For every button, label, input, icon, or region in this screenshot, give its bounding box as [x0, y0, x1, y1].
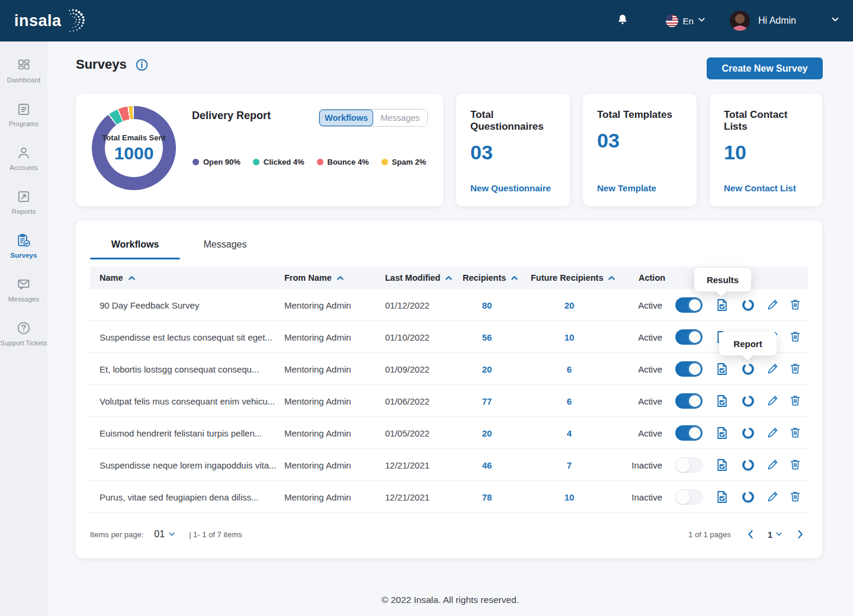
future-recipients-link[interactable]: 7	[546, 460, 593, 470]
report-icon[interactable]	[741, 490, 755, 504]
status-toggle[interactable]	[675, 457, 703, 473]
status-toggle[interactable]	[675, 393, 703, 409]
column-header-name[interactable]: Name	[100, 267, 136, 289]
user-avatar[interactable]	[730, 11, 750, 31]
recipients-link[interactable]: 46	[463, 460, 511, 470]
delete-icon[interactable]	[788, 426, 803, 440]
future-recipients-link[interactable]: 20	[546, 300, 593, 310]
workflow-from-name: Mentoring Admin	[284, 396, 351, 406]
sidebar-item-dashboard[interactable]: Dashboard	[0, 49, 47, 92]
report-tooltip: Report	[719, 332, 777, 355]
report-icon[interactable]	[741, 426, 755, 440]
report-icon[interactable]	[741, 298, 755, 312]
delete-icon[interactable]	[788, 298, 803, 312]
sidebar-item-support-tickets[interactable]: Support Tickets	[0, 312, 47, 355]
report-icon[interactable]	[741, 394, 755, 408]
edit-icon[interactable]	[766, 426, 780, 440]
delete-icon[interactable]	[788, 330, 803, 344]
sort-icon[interactable]	[511, 274, 518, 282]
next-page-button[interactable]	[793, 529, 808, 540]
sidebar-item-messages[interactable]: Messages	[0, 268, 47, 312]
delivery-tab-messages[interactable]: Messages	[373, 110, 427, 126]
language-chevron-icon[interactable]	[697, 15, 706, 27]
status-toggle[interactable]	[675, 489, 703, 505]
results-icon[interactable]	[715, 394, 729, 408]
sort-icon[interactable]	[608, 274, 615, 282]
future-recipients-link[interactable]: 6	[546, 364, 593, 374]
future-recipients-link[interactable]: 6	[546, 396, 593, 406]
edit-icon[interactable]	[766, 394, 780, 408]
edit-icon[interactable]	[766, 490, 780, 504]
sidebar-item-reports[interactable]: Reports	[0, 180, 47, 224]
sort-icon[interactable]	[336, 274, 344, 282]
column-header-from-name[interactable]: From Name	[284, 267, 344, 289]
delivery-tab-workflows[interactable]: Workflows	[319, 110, 373, 126]
results-icon[interactable]	[715, 426, 729, 440]
recipients-link[interactable]: 20	[463, 364, 511, 374]
insala-logo[interactable]: insala	[14, 7, 86, 35]
workflow-last-modified: 12/21/2021	[385, 460, 429, 470]
recipients-link[interactable]: 77	[463, 396, 511, 406]
column-header-last-modified[interactable]: Last Modified	[385, 267, 453, 289]
report-icon[interactable]	[741, 362, 755, 376]
previous-page-button[interactable]	[743, 529, 758, 540]
dashboard-icon	[16, 57, 31, 73]
pagination-pages: 1 of 1 pages	[688, 530, 731, 539]
new-contact-list-link[interactable]: New Contact List	[724, 183, 796, 193]
recipients-link[interactable]: 78	[463, 492, 511, 502]
workflow-from-name: Mentoring Admin	[284, 428, 351, 438]
sort-icon[interactable]	[128, 274, 136, 282]
edit-icon[interactable]	[766, 362, 780, 376]
status-toggle[interactable]	[675, 329, 703, 345]
recipients-link[interactable]: 80	[463, 300, 511, 310]
sidebar-item-accounts[interactable]: Accounts	[0, 136, 47, 180]
column-header-recipients[interactable]: Recipients	[463, 267, 518, 289]
workflow-from-name: Mentoring Admin	[284, 492, 351, 502]
workflow-last-modified: 01/12/2022	[385, 300, 429, 310]
status-toggle[interactable]	[675, 297, 703, 313]
status-toggle[interactable]	[675, 361, 703, 377]
status-toggle[interactable]	[675, 425, 703, 441]
edit-icon[interactable]	[766, 298, 780, 312]
results-icon[interactable]	[715, 490, 729, 504]
future-recipients-link[interactable]: 10	[546, 492, 593, 502]
sort-icon[interactable]	[445, 274, 453, 282]
results-icon[interactable]	[715, 362, 729, 376]
results-icon[interactable]	[715, 458, 729, 472]
edit-icon[interactable]	[766, 458, 780, 472]
items-per-page-select[interactable]: 01	[154, 529, 176, 540]
status-label: Active	[603, 428, 662, 438]
new-questionnaire-link[interactable]: New Questionnaire	[470, 183, 551, 193]
delete-icon[interactable]	[788, 458, 803, 472]
language-label[interactable]: En	[683, 16, 694, 26]
delete-icon[interactable]	[788, 362, 803, 376]
results-icon[interactable]	[715, 298, 729, 312]
workflow-from-name: Mentoring Admin	[284, 364, 351, 374]
support-tickets-icon	[16, 320, 31, 336]
language-flag-icon[interactable]	[666, 15, 678, 27]
column-header-future-recipients[interactable]: Future Recipients	[531, 267, 615, 289]
create-new-survey-button[interactable]: Create New Survey	[707, 57, 823, 79]
notifications-bell-icon[interactable]	[616, 13, 629, 28]
stat-title: Total Contact Lists	[724, 109, 808, 133]
legend-dot-spam	[381, 159, 388, 165]
sidebar-item-programs[interactable]: Programs	[0, 92, 47, 136]
delete-icon[interactable]	[788, 394, 803, 408]
user-menu-chevron-icon[interactable]	[830, 15, 840, 27]
info-icon[interactable]	[135, 58, 149, 72]
table-row: Purus, vitae sed feugiapien dena diliss.…	[90, 481, 808, 513]
tab-workflows[interactable]: Workflows	[90, 235, 180, 259]
new-template-link[interactable]: New Template	[597, 183, 656, 193]
recipients-link[interactable]: 56	[463, 332, 511, 342]
future-recipients-link[interactable]: 10	[546, 332, 593, 342]
page-select[interactable]: 1	[768, 530, 783, 540]
copyright-footer: © 2022 Insala. All rights reserved.	[47, 595, 853, 605]
recipients-link[interactable]: 20	[463, 428, 511, 438]
report-icon[interactable]	[741, 458, 755, 472]
delivery-report-title: Delivery Report	[192, 110, 271, 122]
sidebar-item-surveys[interactable]: Surveys	[0, 224, 47, 268]
tab-messages[interactable]: Messages	[180, 235, 270, 259]
delete-icon[interactable]	[788, 490, 803, 504]
future-recipients-link[interactable]: 4	[546, 428, 593, 438]
delivery-donut-chart: Total Emails Sent 1000	[92, 106, 176, 190]
